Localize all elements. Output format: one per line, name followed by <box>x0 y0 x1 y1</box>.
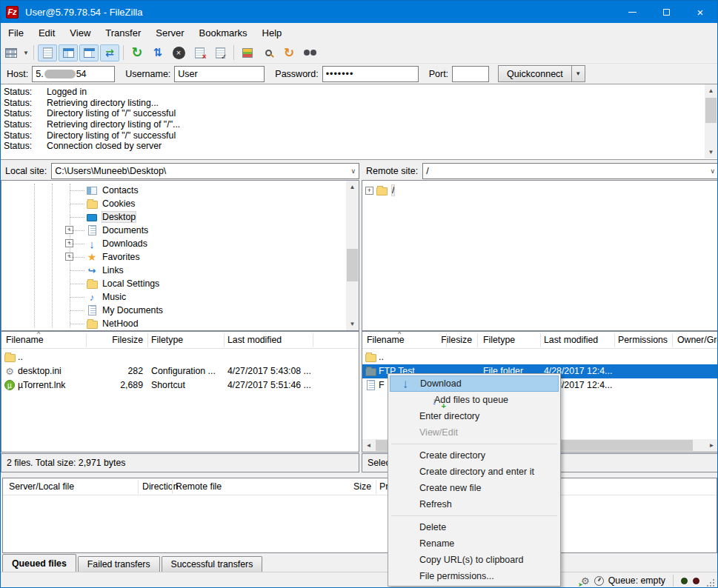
context-menu-create-directory[interactable]: Create directory <box>390 447 559 464</box>
quickconnect-button[interactable]: Quickconnect <box>498 65 572 82</box>
menu-file[interactable]: File <box>1 24 31 41</box>
scrollbar-thumb[interactable] <box>347 249 358 281</box>
tree-item-documents[interactable]: Documents <box>70 224 148 237</box>
column-separator[interactable] <box>147 333 148 347</box>
column-separator[interactable] <box>446 333 447 347</box>
scroll-up-icon[interactable]: ▲ <box>705 84 717 97</box>
filter-button[interactable] <box>300 44 319 61</box>
context-menu-file-permissions[interactable]: File permissions... <box>390 568 559 584</box>
scroll-right-icon[interactable]: ► <box>705 439 718 452</box>
site-manager-button[interactable] <box>1 44 21 61</box>
host-input[interactable]: 5.54 <box>32 66 115 82</box>
remote-root-label[interactable]: / <box>392 185 394 196</box>
tree-item-nethood[interactable]: NetHood <box>70 317 139 330</box>
file-row-2[interactable]: µµTorrent.lnk2,689Shortcut4/27/2017 5:51… <box>1 378 359 392</box>
reconnect-button[interactable]: ✓ <box>210 44 230 61</box>
context-menu-download[interactable]: ↓Download <box>390 375 559 392</box>
toggle-message-log-button[interactable] <box>38 44 57 61</box>
column-header-filename[interactable]: Filename <box>6 335 86 345</box>
directory-comparison-button[interactable] <box>238 44 257 61</box>
disconnect-button[interactable]: × <box>190 44 209 61</box>
column-separator[interactable] <box>172 480 173 494</box>
password-input[interactable]: ••••••• <box>322 66 419 82</box>
remote-site-combo[interactable]: / ∨ <box>422 163 718 179</box>
context-menu-add-files-to-queue[interactable]: ↓Add files to queue <box>390 392 559 408</box>
chevron-down-icon[interactable]: ∨ <box>350 167 356 175</box>
column-header-filetype[interactable]: Filetype <box>483 335 536 345</box>
scroll-left-icon[interactable]: ◄ <box>362 439 375 452</box>
column-header-lastmodified[interactable]: Last modified <box>544 335 612 345</box>
local-site-combo[interactable]: C:\Users\Muneeb\Desktop\ ∨ <box>51 163 359 179</box>
context-menu-enter-directory[interactable]: Enter directory <box>390 408 559 424</box>
cancel-button[interactable]: × <box>169 44 188 61</box>
toggle-remote-tree-button[interactable] <box>79 44 99 61</box>
expand-icon[interactable]: + <box>365 187 373 195</box>
process-queue-button[interactable]: ⇅ <box>148 44 167 61</box>
close-button[interactable]: × <box>683 1 717 23</box>
username-input[interactable]: User <box>174 66 265 82</box>
file-row-parent[interactable]: .. <box>1 350 359 364</box>
tree-item-desktop[interactable]: Desktop <box>70 210 136 224</box>
tab-queued-files[interactable]: Queued files <box>2 554 76 572</box>
context-menu-delete[interactable]: Delete <box>390 519 559 535</box>
scrollbar-thumb[interactable] <box>705 98 717 123</box>
context-menu-refresh[interactable]: Refresh <box>390 496 559 512</box>
column-separator[interactable] <box>672 333 673 347</box>
tree-item-links[interactable]: ↪Links <box>70 264 124 277</box>
column-header-filename[interactable]: Filename <box>367 335 441 345</box>
remote-tree-root[interactable]: + / <box>365 184 394 197</box>
find-files-button[interactable] <box>259 44 278 61</box>
tree-item-contacts[interactable]: Contacts <box>70 184 139 197</box>
port-input[interactable] <box>452 66 489 82</box>
column-separator[interactable] <box>477 333 478 347</box>
column-separator[interactable] <box>86 333 87 347</box>
tree-item-music[interactable]: ♪Music <box>70 290 126 304</box>
scroll-up-icon[interactable]: ▲ <box>346 181 359 193</box>
column-header-lastmodified[interactable]: Last modified <box>227 335 310 345</box>
queue-column-size[interactable]: Size <box>299 481 371 492</box>
queue-column-serverlocalfile[interactable]: Server/Local file <box>9 481 135 492</box>
column-header-filetype[interactable]: Filetype <box>151 335 222 345</box>
column-header-ownergro[interactable]: Owner/Gro <box>677 335 718 345</box>
column-header-permissions[interactable]: Permissions <box>618 335 670 345</box>
toggle-local-tree-button[interactable] <box>59 44 78 61</box>
minimize-button[interactable] <box>615 1 649 23</box>
local-tree-scrollbar[interactable]: ▲ ▼ <box>346 181 359 330</box>
tree-item-local-settings[interactable]: Local Settings <box>70 277 159 290</box>
speed-limits-icon[interactable]: ⚙ <box>581 575 590 587</box>
context-menu-rename[interactable]: Rename <box>390 535 559 552</box>
column-separator[interactable] <box>138 480 139 494</box>
refresh-button[interactable]: ↻ <box>127 44 147 61</box>
resize-grip[interactable] <box>706 578 715 587</box>
tree-item-my-documents[interactable]: My Documents <box>70 304 163 317</box>
column-separator[interactable] <box>313 333 313 347</box>
column-separator[interactable] <box>224 333 225 347</box>
column-separator[interactable] <box>540 333 541 347</box>
column-separator[interactable] <box>376 480 376 494</box>
menu-edit[interactable]: Edit <box>31 24 62 41</box>
column-header-filesize[interactable]: Filesize <box>89 335 143 345</box>
tab-successful-transfers[interactable]: Successful transfers <box>162 556 263 572</box>
column-separator[interactable] <box>614 333 615 347</box>
tree-item-favorites[interactable]: ★Favorites <box>70 250 140 264</box>
tree-item-downloads[interactable]: ↓Downloads <box>70 237 147 250</box>
menu-server[interactable]: Server <box>148 24 191 41</box>
context-menu-copy-url-s-to-clipboard[interactable]: Copy URL(s) to clipboard <box>390 552 559 568</box>
queue-gauge-icon[interactable] <box>594 576 604 586</box>
menu-help[interactable]: Help <box>255 24 290 41</box>
chevron-down-icon[interactable]: ∨ <box>710 167 715 175</box>
site-manager-dropdown[interactable]: ▼ <box>21 50 30 56</box>
menu-bookmarks[interactable]: Bookmarks <box>192 24 255 41</box>
menu-transfer[interactable]: Transfer <box>98 24 148 41</box>
context-menu-create-directory-and-enter-it[interactable]: Create directory and enter it <box>390 464 559 480</box>
maximize-button[interactable] <box>649 1 683 23</box>
file-row-parent[interactable]: .. <box>362 350 718 364</box>
scroll-down-icon[interactable]: ▼ <box>705 146 717 158</box>
file-row-1[interactable]: ⚙desktop.ini282Configuration ...4/27/201… <box>1 364 359 378</box>
tab-failed-transfers[interactable]: Failed transfers <box>78 556 160 572</box>
column-header-filesize[interactable]: Filesize <box>436 335 472 345</box>
context-menu-create-new-file[interactable]: Create new file <box>390 480 559 496</box>
synchronized-browsing-button[interactable]: ↻ <box>279 44 299 61</box>
queue-column-remotefile[interactable]: Remote file <box>176 481 294 492</box>
menu-view[interactable]: View <box>62 24 98 41</box>
